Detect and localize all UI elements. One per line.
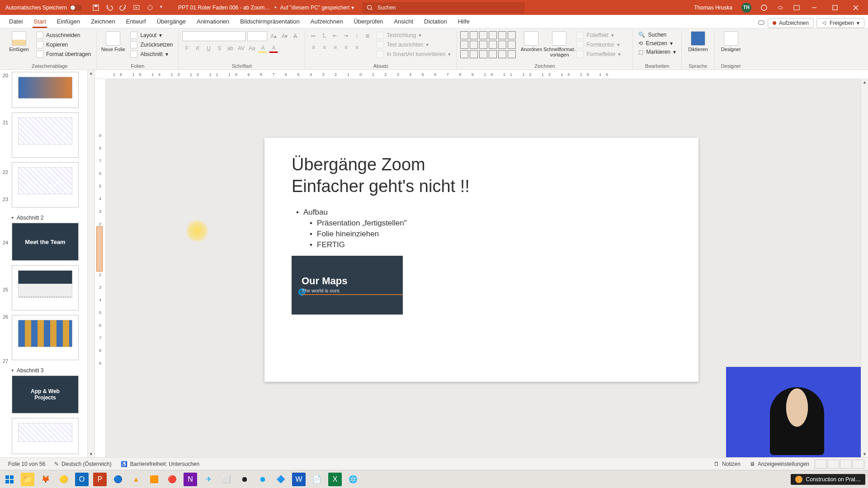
sorter-view-button[interactable]: [827, 460, 839, 469]
coming-soon-icon[interactable]: [777, 4, 784, 11]
copy-button[interactable]: Kopieren: [34, 41, 93, 49]
outlook-icon[interactable]: O: [75, 473, 89, 486]
thumbnail-slide-21[interactable]: [12, 113, 79, 158]
paste-button[interactable]: Einfügen: [6, 31, 32, 52]
decrease-font-icon[interactable]: A▾: [280, 32, 289, 41]
bullets-icon[interactable]: ≔: [309, 31, 318, 40]
decrease-indent-icon[interactable]: ⇤: [330, 31, 340, 40]
app-icon[interactable]: 🔴: [165, 473, 179, 486]
shape-fill-button[interactable]: Fülleffekt ▾: [575, 31, 623, 39]
horizontal-ruler[interactable]: 16 15 14 13 12 11 10 9 8 7 6 5 4 3 2 1 0…: [95, 70, 868, 79]
section-header-2[interactable]: Abschnitt 2: [12, 212, 84, 223]
autosave-switch[interactable]: [70, 5, 82, 11]
align-center-icon[interactable]: ≡: [320, 43, 329, 52]
display-settings-button[interactable]: 🖥Anzeigeeinstellungen: [745, 461, 814, 467]
shadow-button[interactable]: ab: [226, 44, 235, 53]
shape-outline-button[interactable]: Formkontur ▾: [575, 41, 623, 49]
layout-button[interactable]: Layout ▾: [128, 31, 175, 39]
search-box[interactable]: Suchen: [362, 2, 525, 13]
thumbnail-slide-25[interactable]: [12, 315, 79, 360]
webcam-overlay[interactable]: [726, 367, 868, 457]
tab-zeichnen[interactable]: Zeichnen: [85, 15, 120, 28]
increase-indent-icon[interactable]: ⇥: [341, 31, 350, 40]
underline-button[interactable]: U: [204, 44, 213, 53]
format-painter-button[interactable]: Format übertragen: [34, 50, 93, 58]
tab-einfuegen[interactable]: Einfügen: [52, 15, 85, 28]
bold-button[interactable]: F: [182, 44, 191, 53]
strike-button[interactable]: S: [215, 44, 224, 53]
tab-dictation[interactable]: Dictation: [419, 15, 453, 28]
app-icon[interactable]: 🔷: [274, 473, 288, 486]
edge-icon[interactable]: 🌐: [346, 473, 360, 486]
explorer-icon[interactable]: 📁: [21, 473, 34, 486]
present-icon[interactable]: [760, 4, 768, 11]
line-spacing-icon[interactable]: ↕: [352, 31, 361, 40]
tab-datei[interactable]: Datei: [4, 15, 28, 28]
language-status[interactable]: ✎Deutsch (Österreich): [50, 461, 116, 467]
chrome-icon[interactable]: 🟡: [57, 473, 71, 486]
shape-effects-button[interactable]: Formeffekte ▾: [575, 50, 623, 58]
reading-view-button[interactable]: [840, 460, 852, 469]
shapes-gallery[interactable]: [460, 31, 516, 58]
save-status[interactable]: Auf "diesem PC" gespeichert ▾: [277, 5, 358, 11]
new-slide-button[interactable]: Neue Folie: [100, 31, 126, 52]
justify-icon[interactable]: ≡: [341, 43, 350, 52]
distribute-icon[interactable]: ≡: [352, 43, 361, 52]
undo-icon[interactable]: [106, 4, 113, 11]
reset-button[interactable]: Zurücksetzen: [128, 41, 175, 49]
maximize-button[interactable]: [825, 0, 845, 15]
tab-start[interactable]: Start: [28, 15, 51, 28]
edit-scrollbar[interactable]: ▲ ▼: [861, 79, 868, 457]
designer-button[interactable]: Designer: [718, 31, 744, 52]
slide-title[interactable]: Übergänge Zoom Einfacher geht's nicht !!: [292, 154, 671, 197]
replace-button[interactable]: ⟲Ersetzen ▾: [637, 40, 677, 47]
excel-icon[interactable]: X: [328, 473, 342, 486]
columns-icon[interactable]: ≣: [363, 31, 372, 40]
font-name-input[interactable]: [182, 31, 245, 41]
autosave-toggle[interactable]: Automatisches Speichern: [2, 5, 86, 11]
normal-view-button[interactable]: [815, 460, 826, 469]
char-spacing-icon[interactable]: AV: [236, 44, 245, 53]
document-title[interactable]: PPT 01 Roter Faden 006 - ab Zoom…: [174, 5, 274, 11]
scroll-down-icon[interactable]: ▼: [862, 451, 868, 457]
notes-button[interactable]: 🗒Notizen: [709, 461, 745, 467]
tab-entwurf[interactable]: Entwurf: [121, 15, 151, 28]
tab-ansicht[interactable]: Ansicht: [388, 15, 419, 28]
scroll-down-icon[interactable]: ▼: [88, 451, 94, 457]
app-icon[interactable]: ⏺: [256, 473, 269, 486]
accessibility-status[interactable]: ♿Barrierefreiheit: Untersuchen: [116, 461, 204, 467]
minimize-button[interactable]: [804, 0, 825, 15]
start-button[interactable]: [3, 473, 16, 486]
tab-ueberpruefen[interactable]: Überprüfen: [348, 15, 388, 28]
thumbnail-scrollbar[interactable]: ▲ ▼: [87, 70, 94, 457]
thumbnail-slide-27[interactable]: [12, 418, 79, 454]
app-icon[interactable]: ⬜: [220, 473, 233, 486]
powerpoint-icon[interactable]: P: [93, 473, 107, 486]
numbering-icon[interactable]: 1.: [320, 31, 329, 40]
change-case-icon[interactable]: Aa: [247, 44, 256, 53]
vlc-icon[interactable]: ▲: [129, 473, 143, 486]
dictate-button[interactable]: Diktieren: [685, 31, 711, 52]
scroll-up-icon[interactable]: ▲: [862, 79, 868, 85]
quickstyles-button[interactable]: Schnellformat-vorlagen: [547, 31, 572, 57]
user-avatar[interactable]: TH: [741, 3, 751, 13]
align-left-icon[interactable]: ≡: [309, 43, 318, 52]
slide-canvas[interactable]: Übergänge Zoom Einfacher geht's nicht !!…: [264, 138, 698, 382]
align-right-icon[interactable]: ≡: [330, 43, 340, 52]
clear-formatting-icon[interactable]: A̶: [291, 32, 300, 41]
slide-counter[interactable]: Folie 10 von 56: [4, 461, 50, 467]
increase-font-icon[interactable]: A▴: [269, 32, 278, 41]
close-button[interactable]: [845, 0, 866, 15]
app-icon[interactable]: 📄: [310, 473, 324, 486]
comments-icon[interactable]: [758, 19, 765, 27]
thumbnail-slide-23[interactable]: Meet the Team: [12, 223, 79, 261]
from-beginning-icon[interactable]: [133, 4, 140, 11]
thumbnail-slide-26[interactable]: App & WebProjects: [12, 375, 79, 413]
slideshow-view-button[interactable]: [853, 460, 864, 469]
record-button[interactable]: Aufzeichnen: [768, 18, 814, 28]
qat-more-icon[interactable]: ▾: [160, 4, 167, 11]
slide-body[interactable]: Aufbau Präsentation „fertigstellen" Foli…: [292, 208, 671, 249]
select-button[interactable]: ⬚Markieren ▾: [637, 48, 677, 56]
share-button[interactable]: Freigeben ▾: [816, 18, 864, 28]
redo-icon[interactable]: [119, 4, 127, 11]
